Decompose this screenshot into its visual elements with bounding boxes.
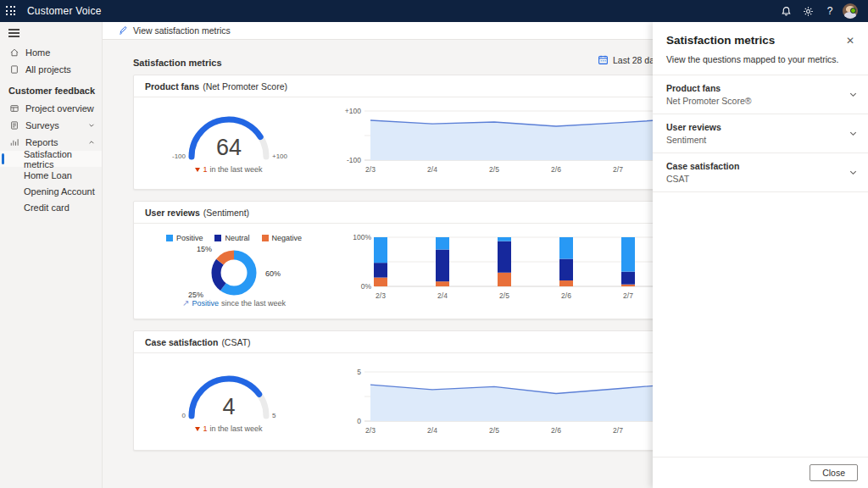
legend-swatch-negative (262, 235, 269, 241)
svg-text:0%: 0% (361, 282, 372, 291)
legend-swatch-neutral (214, 235, 221, 241)
svg-text:4: 4 (222, 394, 235, 419)
sidebar-item-label: Surveys (25, 120, 59, 130)
panel-title: Satisfaction metrics (666, 34, 843, 47)
sidebar-item-label: Reports (25, 137, 58, 147)
panel-item-user-reviews[interactable]: User reviews Sentiment (653, 114, 868, 153)
nps-gauge-chart: 64-100+100 (157, 103, 301, 167)
svg-text:0: 0 (357, 417, 361, 425)
notifications-icon[interactable] (776, 2, 795, 20)
svg-text:2/4: 2/4 (427, 426, 437, 435)
page-title: Satisfaction metrics (133, 58, 222, 68)
nav-toggle-button[interactable] (0, 22, 102, 44)
sentiment-trend-indicator: ↗ Positive since the last week (182, 298, 286, 308)
nps-trend-indicator: 1 in the last week (195, 165, 262, 174)
panel-item-case-satisfaction[interactable]: Case satisfaction CSAT (653, 153, 868, 192)
svg-text:2/7: 2/7 (623, 291, 633, 300)
reports-icon (9, 137, 19, 147)
overview-icon (9, 103, 19, 114)
sidebar-item-label: Opening Account (24, 186, 95, 197)
svg-text:2/6: 2/6 (551, 165, 561, 174)
svg-text:+100: +100 (272, 152, 288, 160)
sidebar-item-label: Home (25, 47, 50, 58)
chevron-down-icon (88, 122, 95, 129)
sidebar-item-label: All projects (25, 64, 71, 75)
card-title-qualifier: (Sentiment) (203, 208, 249, 218)
svg-text:2/7: 2/7 (613, 426, 623, 435)
svg-text:5: 5 (357, 368, 361, 376)
sidebar-item-label: Project overview (25, 103, 94, 114)
card-title-qualifier: (CSAT) (221, 337, 250, 347)
card-title-name: Product fans (145, 81, 199, 92)
app-title: Customer Voice (27, 5, 102, 17)
svg-text:2/3: 2/3 (365, 426, 376, 435)
svg-text:2/3: 2/3 (376, 291, 386, 300)
app-header: Customer Voice ? (0, 0, 868, 22)
waffle-icon[interactable] (0, 0, 22, 22)
svg-text:2/6: 2/6 (551, 426, 561, 435)
legend-swatch-positive (166, 235, 173, 241)
sidebar-item-project-overview[interactable]: Project overview (0, 100, 102, 117)
sentiment-legend: Positive Neutral Negative (166, 234, 302, 242)
card-title-qualifier: (Net Promoter Score) (203, 81, 287, 92)
chevron-down-icon (849, 168, 858, 177)
projects-icon (9, 64, 19, 75)
svg-text:0: 0 (182, 412, 186, 419)
svg-text:2/7: 2/7 (613, 165, 623, 174)
svg-text:2/4: 2/4 (437, 291, 448, 300)
panel-description: View the questions mapped to your metric… (653, 47, 868, 75)
svg-text:2/5: 2/5 (489, 426, 499, 435)
help-icon[interactable]: ? (821, 2, 839, 20)
sidebar-item-home[interactable]: Home (0, 44, 102, 61)
csat-trend-indicator: 1 in the last week (195, 424, 262, 433)
card-title-name: User reviews (145, 208, 200, 218)
svg-text:64: 64 (216, 135, 242, 160)
surveys-icon (9, 120, 19, 130)
sidebar-section-customer-feedback: Customer feedback (0, 81, 102, 100)
svg-text:2/4: 2/4 (427, 165, 437, 174)
card-title-name: Case satisfaction (145, 337, 218, 347)
csat-gauge-chart: 405 (157, 362, 301, 426)
svg-text:-100: -100 (172, 152, 186, 160)
sidebar-item-surveys[interactable]: Surveys (0, 117, 102, 134)
svg-text:2/6: 2/6 (561, 291, 571, 300)
chevron-down-icon (849, 90, 858, 99)
sidebar: Home All projects Customer feedback Proj… (0, 22, 103, 488)
sidebar-item-satisfaction-metrics[interactable]: Satisfaction metrics (0, 151, 102, 167)
sidebar-item-label: Credit card (24, 202, 70, 213)
close-button[interactable]: Close (810, 464, 858, 481)
sidebar-item-label: Home Loan (24, 170, 72, 180)
triangle-down-icon (195, 427, 200, 431)
sidebar-item-all-projects[interactable]: All projects (0, 61, 102, 78)
presence-badge (850, 8, 856, 14)
trend-up-icon: ↗ (182, 298, 189, 308)
sidebar-item-home-loan[interactable]: Home Loan (0, 167, 102, 183)
sidebar-item-credit-card[interactable]: Credit card (0, 199, 102, 215)
svg-text:2/3: 2/3 (365, 165, 376, 174)
home-icon (9, 47, 19, 58)
sidebar-item-opening-account[interactable]: Opening Account (0, 183, 102, 199)
view-satisfaction-metrics-command[interactable]: View satisfaction metrics (133, 25, 231, 36)
svg-text:2/5: 2/5 (489, 165, 499, 174)
satisfaction-metrics-panel: Satisfaction metrics ✕ View the question… (653, 22, 868, 488)
sentiment-donut-chart: 60%25%15% (162, 244, 306, 300)
triangle-down-icon (195, 168, 200, 172)
hamburger-icon (8, 26, 19, 39)
sidebar-item-label: Satisfaction metrics (24, 149, 102, 169)
svg-text:5: 5 (272, 412, 276, 419)
close-icon[interactable]: ✕ (843, 34, 858, 47)
svg-text:60%: 60% (265, 269, 281, 278)
panel-item-product-fans[interactable]: Product fans Net Promoter Score® (653, 75, 868, 114)
svg-text:+100: +100 (345, 107, 361, 115)
svg-text:100%: 100% (353, 233, 371, 241)
chevron-up-icon (88, 139, 95, 146)
calendar-icon (598, 54, 609, 65)
view-metrics-icon (118, 25, 128, 36)
settings-icon[interactable] (798, 2, 817, 20)
chevron-down-icon (849, 129, 858, 138)
svg-text:-100: -100 (347, 156, 361, 164)
svg-text:15%: 15% (197, 245, 212, 253)
svg-text:2/5: 2/5 (499, 291, 509, 300)
